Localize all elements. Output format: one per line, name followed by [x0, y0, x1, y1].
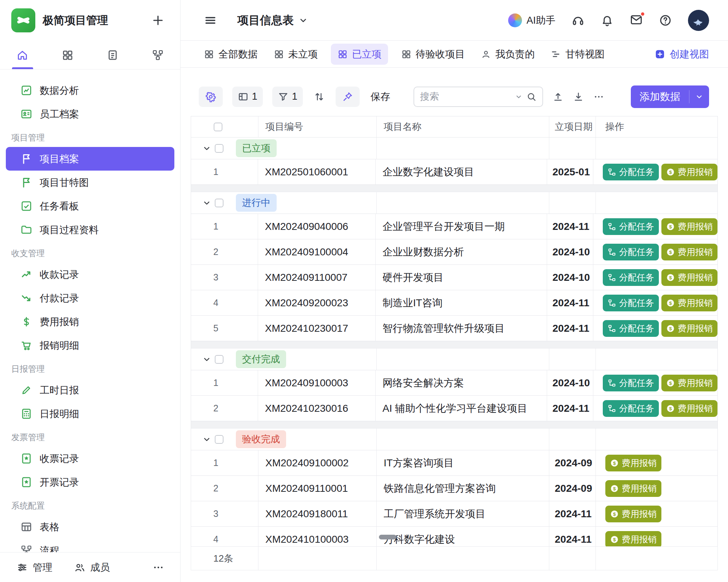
filter-button[interactable]: 1: [272, 87, 303, 107]
group-checkbox[interactable]: [215, 199, 223, 207]
column-header-start-date[interactable]: 立项日期: [549, 116, 596, 137]
expense-button[interactable]: 费用报销: [661, 320, 717, 337]
sidebar-item-invoice-issued[interactable]: 开票记录: [6, 470, 174, 494]
expense-button[interactable]: 费用报销: [661, 295, 717, 311]
avatar[interactable]: [688, 10, 709, 31]
sidebar-item-process[interactable]: 流程: [6, 539, 174, 552]
group-checkbox[interactable]: [215, 144, 223, 153]
sidebar-tab-tables[interactable]: [45, 41, 90, 69]
sidebar-tab-docs[interactable]: [90, 41, 135, 69]
expense-button[interactable]: 费用报销: [661, 164, 717, 180]
select-all-checkbox[interactable]: [214, 123, 222, 131]
view-tab-initiated[interactable]: 已立项: [331, 44, 388, 65]
sort-button[interactable]: [312, 87, 326, 107]
table-row[interactable]: 2 XM202409110001 铁路信息化管理方案咨询 2024-09 费用报…: [191, 476, 717, 501]
view-tab-all-data[interactable]: 全部数据: [204, 48, 258, 61]
assign-task-button[interactable]: 分配任务: [603, 218, 659, 235]
table-row[interactable]: 3 XM202409180011 工厂管理系统开发项目 2024-11 费用报销: [191, 501, 717, 527]
view-tab-pending-acceptance[interactable]: 待验收项目: [401, 48, 465, 61]
table-row[interactable]: 1 XM202501060001 企业数字化建设项目 2025-01 分配任务 …: [191, 159, 717, 185]
add-data-button[interactable]: 添加数据: [631, 85, 709, 108]
assign-task-button[interactable]: 分配任务: [603, 400, 659, 417]
add-data-dropdown[interactable]: [689, 92, 709, 101]
table-row[interactable]: 2 XM202410230016 AI 辅助个性化学习平台建设项目 2024-1…: [191, 396, 717, 421]
collapse-chevron-icon[interactable]: [202, 355, 211, 364]
create-view-button[interactable]: 创建视图: [654, 48, 709, 61]
field-config-button[interactable]: 1: [232, 87, 263, 107]
group-checkbox[interactable]: [215, 355, 223, 364]
download-icon[interactable]: [573, 91, 584, 102]
more-icon[interactable]: [153, 562, 164, 573]
ai-assistant-button[interactable]: AI助手: [508, 13, 555, 27]
upload-icon[interactable]: [553, 91, 563, 102]
assign-task-button[interactable]: 分配任务: [603, 375, 659, 391]
flag-icon: [20, 176, 32, 188]
search-input[interactable]: [420, 91, 511, 102]
sidebar-item-project-process-docs[interactable]: 项目过程资料: [6, 218, 174, 242]
assign-task-button[interactable]: 分配任务: [603, 164, 659, 180]
title-chevron-down-icon[interactable]: [298, 15, 308, 25]
sidebar-item-payment-records[interactable]: 付款记录: [6, 286, 174, 310]
sidebar-item-receipt-records[interactable]: 收款记录: [6, 263, 174, 286]
manage-button[interactable]: 管理: [17, 561, 52, 574]
inbox-button[interactable]: [630, 13, 643, 28]
assign-task-button[interactable]: 分配任务: [603, 320, 659, 337]
settings-button[interactable]: [199, 87, 223, 107]
collapse-chevron-icon[interactable]: [202, 435, 211, 444]
column-header-actions[interactable]: 操作: [596, 116, 717, 137]
sidebar-item-reimbursement-details[interactable]: 报销明细: [6, 334, 174, 357]
sidebar-item-employee-files[interactable]: 员工档案: [6, 102, 174, 126]
headset-icon[interactable]: [571, 14, 585, 27]
add-app-icon[interactable]: [152, 14, 164, 27]
column-header-project-code[interactable]: 项目编号: [258, 116, 377, 137]
bell-icon[interactable]: [601, 14, 614, 27]
table-row[interactable]: 2 XM202409100004 企业业财数据分析 2024-10 分配任务 费…: [191, 239, 717, 265]
group-checkbox[interactable]: [215, 435, 223, 444]
search-icon[interactable]: [526, 92, 537, 102]
sidebar-item-work-hour-daily[interactable]: 工时日报: [6, 378, 174, 402]
sidebar-tab-home[interactable]: [0, 41, 45, 69]
assign-task-button[interactable]: 分配任务: [603, 244, 659, 260]
sidebar-item-tables[interactable]: 表格: [6, 515, 174, 539]
expense-button[interactable]: 费用报销: [605, 531, 661, 547]
table-row[interactable]: 1 XM202409100002 IT方案咨询项目 2024-09 费用报销: [191, 450, 717, 476]
chevron-down-icon[interactable]: [515, 93, 523, 101]
sidebar-item-project-files[interactable]: 项目档案: [6, 147, 174, 171]
sidebar-tab-workflow[interactable]: [135, 41, 180, 69]
sidebar-item-invoice-received[interactable]: 收票记录: [6, 447, 174, 470]
expense-button[interactable]: 费用报销: [661, 400, 717, 417]
collapse-chevron-icon[interactable]: [202, 144, 211, 153]
expense-button[interactable]: 费用报销: [605, 506, 661, 522]
sidebar-item-project-gantt[interactable]: 项目甘特图: [6, 171, 174, 194]
more-icon[interactable]: [593, 91, 604, 102]
sidebar-item-daily-report-details[interactable]: 日报明细: [6, 402, 174, 426]
help-icon[interactable]: [659, 14, 672, 27]
expense-button[interactable]: 费用报销: [661, 269, 717, 286]
sidebar-item-task-board[interactable]: 任务看板: [6, 194, 174, 218]
sidebar-item-data-analysis[interactable]: 数据分析: [6, 79, 174, 102]
hamburger-icon[interactable]: [204, 14, 217, 27]
view-tab-not-initiated[interactable]: 未立项: [274, 48, 318, 61]
sidebar-item-expense-reimbursement[interactable]: 费用报销: [6, 310, 174, 334]
expense-button[interactable]: 费用报销: [605, 455, 661, 471]
assign-task-button[interactable]: 分配任务: [603, 295, 659, 311]
pin-button[interactable]: [336, 87, 360, 107]
expense-button[interactable]: 费用报销: [661, 218, 717, 235]
table-row[interactable]: 4 XM202410100003 万科数字化建设 2024-11 费用报销: [191, 527, 717, 546]
assign-task-button[interactable]: 分配任务: [603, 269, 659, 286]
column-header-project-name[interactable]: 项目名称: [377, 116, 549, 137]
members-button[interactable]: 成员: [74, 561, 110, 574]
expense-button[interactable]: 费用报销: [661, 244, 717, 260]
save-button[interactable]: 保存: [369, 87, 392, 107]
horizontal-scrollbar-thumb[interactable]: [379, 535, 396, 539]
table-row[interactable]: 1 XM202409100003 网络安全解决方案 2024-10 分配任务 费…: [191, 370, 717, 396]
table-row[interactable]: 4 XM202409200023 制造业IT咨询 2024-11 分配任务 费用…: [191, 290, 717, 316]
view-tab-my-projects[interactable]: 我负责的: [481, 48, 535, 61]
collapse-chevron-icon[interactable]: [202, 198, 211, 208]
expense-button[interactable]: 费用报销: [605, 480, 661, 497]
table-row[interactable]: 1 XM202409040006 企业管理平台开发项目一期 2024-11 分配…: [191, 214, 717, 239]
expense-button[interactable]: 费用报销: [661, 375, 717, 391]
view-tab-gantt[interactable]: 甘特视图: [551, 48, 605, 61]
table-row[interactable]: 3 XM202409110007 硬件开发项目 2024-10 分配任务 费用报…: [191, 265, 717, 290]
table-row[interactable]: 5 XM202410230017 智行物流管理软件升级项目 2024-11 分配…: [191, 316, 717, 341]
